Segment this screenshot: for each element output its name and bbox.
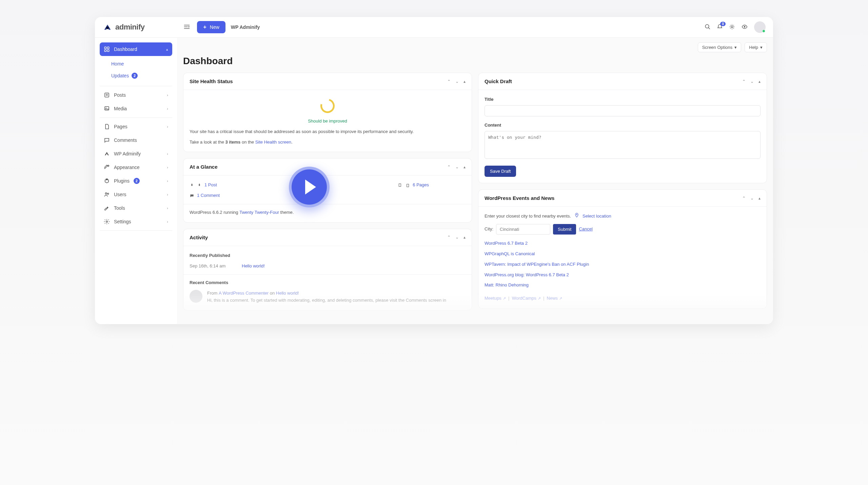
news-footer: Meetups↗ | WordCamps↗ | News↗: [485, 295, 761, 302]
comment-post-link[interactable]: Hello world!: [276, 291, 299, 296]
sidebar-item-appearance[interactable]: Appearance ›: [100, 161, 172, 174]
sidebar-item-label: Media: [114, 106, 127, 111]
panel-title: Site Health Status: [190, 78, 233, 84]
user-avatar[interactable]: [754, 21, 766, 33]
draft-content-label: Content: [485, 122, 761, 129]
chevron-right-icon: ›: [167, 107, 168, 111]
sidebar-item-settings[interactable]: Settings ›: [100, 215, 172, 228]
search-icon[interactable]: [705, 24, 711, 31]
pages-icon: [104, 124, 110, 130]
events-instruction: Enter your closest city to find nearby e…: [485, 213, 571, 220]
save-draft-button[interactable]: Save Draft: [485, 166, 516, 177]
recently-published-heading: Recently Published: [190, 252, 466, 259]
comment-body: Hi, this is a comment. To get started wi…: [207, 297, 446, 304]
chevron-right-icon: ›: [167, 192, 168, 197]
panel-collapse-icon[interactable]: ▴: [463, 165, 466, 169]
svg-point-15: [107, 193, 109, 194]
help-button[interactable]: Help ▾: [745, 42, 767, 52]
news-link[interactable]: WordPress 6.7 Beta 2: [485, 240, 761, 247]
panel-down-icon[interactable]: ⌄: [750, 79, 754, 84]
city-submit-button[interactable]: Submit: [553, 224, 576, 235]
glance-pages-link: 6 Pages: [413, 182, 429, 189]
draft-content-textarea[interactable]: [485, 131, 761, 159]
news-link[interactable]: WPGraphQL is Canonical: [485, 250, 761, 258]
panel-up-icon[interactable]: ⌃: [742, 79, 746, 84]
external-link-icon: ↗: [503, 296, 506, 302]
play-button[interactable]: [289, 167, 330, 207]
activity-post-link[interactable]: Hello world!: [242, 263, 265, 270]
sidebar-item-plugins[interactable]: Plugins 2 ›: [100, 174, 172, 188]
external-link-icon: ↗: [559, 296, 562, 302]
panel-collapse-icon[interactable]: ▴: [758, 196, 761, 201]
news-footer-link[interactable]: News: [547, 296, 558, 301]
svg-rect-7: [104, 50, 106, 52]
nav-divider: [100, 230, 172, 231]
topbar-app-label[interactable]: WP Adminify: [231, 24, 260, 30]
collapse-menu-icon[interactable]: [183, 23, 190, 31]
panel-down-icon[interactable]: ⌄: [750, 196, 754, 201]
gear-icon: [104, 219, 110, 225]
panel-up-icon[interactable]: ⌃: [447, 79, 451, 84]
panel-body: Should be improved Your site has a criti…: [183, 90, 472, 152]
bell-icon[interactable]: 0: [717, 24, 723, 31]
panel-up-icon[interactable]: ⌃: [447, 165, 451, 169]
new-button[interactable]: + New: [197, 21, 225, 33]
panel-up-icon[interactable]: ⌃: [742, 196, 746, 201]
external-link-icon: ↗: [538, 296, 541, 302]
panel-down-icon[interactable]: ⌄: [455, 79, 459, 84]
news-link[interactable]: Matt: Rhino Dehorning: [485, 282, 761, 289]
sidebar-item-wp-adminify[interactable]: WP Adminify ›: [100, 147, 172, 161]
panel-title: WordPress Events and News: [485, 195, 554, 201]
copy-icon: [398, 183, 402, 188]
sidebar-item-dashboard[interactable]: Dashboard ▴: [100, 42, 172, 56]
svg-rect-6: [107, 47, 109, 49]
panel-down-icon[interactable]: ⌄: [455, 165, 459, 169]
svg-point-19: [576, 214, 577, 215]
page-controls: Screen Options ▾ Help ▾: [183, 42, 767, 52]
glance-posts[interactable]: 1 Post: [190, 182, 217, 189]
sidebar-item-tools[interactable]: Tools ›: [100, 201, 172, 215]
logo[interactable]: adminify: [102, 22, 144, 32]
sidebar-item-pages[interactable]: Pages ›: [100, 120, 172, 133]
adminify-icon: [104, 151, 110, 157]
panel-collapse-icon[interactable]: ▴: [463, 235, 466, 240]
tools-icon: [104, 205, 110, 211]
news-link[interactable]: WPTavern: Impact of WPEngine's Ban on AC…: [485, 261, 761, 268]
sidebar-sub-home[interactable]: Home: [107, 58, 172, 70]
glance-pages[interactable]: 6 Pages: [398, 182, 429, 189]
sidebar-item-posts[interactable]: Posts ›: [100, 88, 172, 102]
glance-comments[interactable]: 1 Comment: [190, 192, 220, 199]
panel-collapse-icon[interactable]: ▴: [758, 79, 761, 84]
sidebar-item-label: Comments: [114, 137, 137, 143]
meetups-link[interactable]: Meetups: [485, 296, 501, 301]
preview-icon[interactable]: [741, 24, 748, 31]
users-icon: [104, 191, 110, 198]
panel-actions: ⌃ ⌄ ▴: [447, 165, 466, 169]
sidebar-item-comments[interactable]: Comments: [100, 133, 172, 147]
theme-toggle-icon[interactable]: [729, 24, 735, 31]
nav-divider: [100, 86, 172, 86]
panel-collapse-icon[interactable]: ▴: [463, 79, 466, 84]
sidebar-item-users[interactable]: Users ›: [100, 188, 172, 201]
screen-options-button[interactable]: Screen Options ▾: [698, 42, 742, 52]
panel-up-icon[interactable]: ⌃: [447, 235, 451, 240]
theme-link[interactable]: Twenty Twenty-Four: [239, 210, 279, 215]
commenter-link[interactable]: A WordPress Commenter: [219, 291, 269, 296]
panel-header: At a Glance ⌃ ⌄ ▴: [183, 158, 472, 175]
news-link[interactable]: WordPress.org blog: WordPress 6.7 Beta 2: [485, 272, 761, 279]
divider: [183, 204, 472, 204]
pin-icon: [197, 183, 202, 188]
sidebar-item-media[interactable]: Media ›: [100, 102, 172, 115]
panel-actions: ⌃ ⌄ ▴: [447, 79, 466, 84]
sidebar-sub-updates[interactable]: Updates 2: [107, 70, 172, 82]
wordcamps-link[interactable]: WordCamps: [512, 296, 536, 301]
select-location-link[interactable]: Select location: [583, 213, 611, 220]
city-cancel-link[interactable]: Cancel: [579, 226, 592, 233]
svg-line-2: [708, 27, 710, 29]
site-health-link[interactable]: Site Health screen: [255, 139, 291, 145]
panel-down-icon[interactable]: ⌄: [455, 235, 459, 240]
panel-body: Recently Published Sep 16th, 6:14 am Hel…: [183, 246, 472, 310]
draft-title-input[interactable]: [485, 105, 761, 116]
city-input[interactable]: [496, 224, 550, 235]
svg-rect-8: [107, 50, 109, 52]
